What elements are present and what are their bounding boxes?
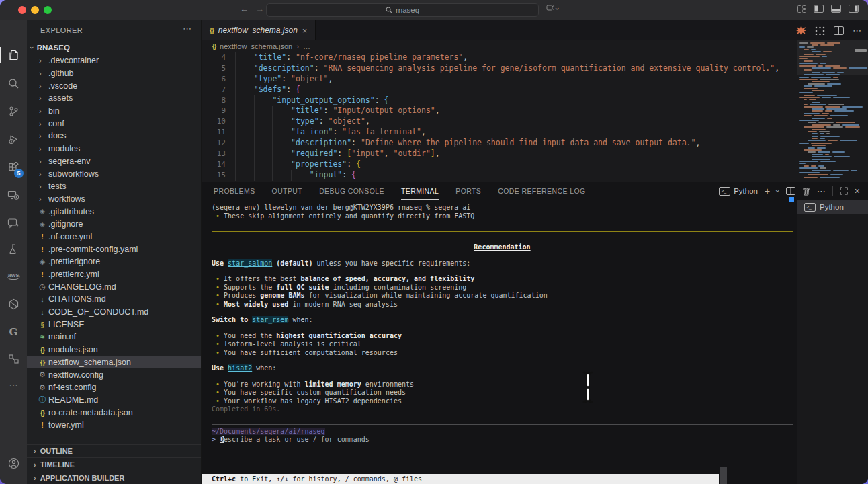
- terminal-dropdown-icon[interactable]: ›: [774, 190, 782, 192]
- folder-item[interactable]: ›seqera-env: [27, 155, 201, 168]
- section-timeline[interactable]: ›TIMELINE: [27, 457, 201, 471]
- file-item[interactable]: {}nextflow_schema.json: [27, 356, 201, 369]
- line-number: 13: [202, 149, 226, 159]
- panel-tab-problems[interactable]: PROBLEMS: [214, 182, 255, 200]
- folder-item[interactable]: ›tests: [27, 180, 201, 193]
- close-panel-icon[interactable]: ×: [855, 186, 860, 196]
- folder-item[interactable]: ›docs: [27, 130, 201, 143]
- line-number: 15: [202, 170, 226, 181]
- run-extension-icon[interactable]: [796, 26, 806, 36]
- close-window-button[interactable]: [18, 6, 26, 14]
- file-item[interactable]: ≈main.nf: [27, 331, 201, 344]
- run-debug-icon[interactable]: [0, 130, 27, 149]
- breadcrumb[interactable]: {} nextflow_schema.json › …: [202, 40, 797, 52]
- file-item[interactable]: ◈.gitignore: [27, 218, 201, 231]
- file-item[interactable]: ↓CODE_OF_CONDUCT.md: [27, 306, 201, 319]
- file-item[interactable]: ◷CHANGELOG.md: [27, 280, 201, 293]
- file-item[interactable]: ◈.gitattributes: [27, 205, 201, 218]
- root-folder-row[interactable]: › RNASEQ: [27, 41, 201, 54]
- indent-guide: [254, 170, 255, 181]
- file-item[interactable]: {}modules.json: [27, 344, 201, 356]
- line-number: 8: [202, 95, 226, 106]
- accounts-icon[interactable]: [0, 454, 27, 473]
- breadcrumb-file[interactable]: nextflow_schema.json: [220, 42, 292, 50]
- explorer-more-actions-icon[interactable]: ⋯: [183, 24, 191, 34]
- item-label: subworkflows: [48, 169, 99, 179]
- maximize-panel-icon[interactable]: [840, 187, 848, 195]
- gitlens-icon[interactable]: G: [0, 323, 27, 341]
- minimap[interactable]: [797, 40, 868, 182]
- search-view-icon[interactable]: [0, 74, 27, 93]
- terminal-line: • Supports the full QC suite including c…: [212, 284, 797, 292]
- editor-more-actions-icon[interactable]: ⋯: [853, 26, 861, 36]
- file-item[interactable]: !tower.yml: [27, 419, 201, 432]
- file-item[interactable]: ◈.prettierignore: [27, 255, 201, 268]
- panel-tab-code-reference-log[interactable]: CODE REFERENCE LOG: [498, 182, 585, 200]
- chat-view-icon[interactable]: [0, 214, 27, 233]
- file-item[interactable]: !.pre-commit-config.yaml: [27, 243, 201, 255]
- explorer-icon[interactable]: [0, 46, 27, 65]
- terminal-line: • Your workflow has legacy HISAT2 depend…: [212, 397, 797, 406]
- terminal-shell-selector[interactable]: >_ Python: [719, 187, 758, 196]
- hexagon-extension-icon[interactable]: [0, 294, 27, 313]
- panel-tab-terminal[interactable]: TERMINAL: [401, 182, 439, 200]
- terminal-list: >_ Python: [797, 200, 868, 484]
- zoom-window-button[interactable]: [44, 6, 52, 14]
- terminal-scrollbar-thumb[interactable]: [720, 467, 727, 484]
- panel-tab-ports[interactable]: PORTS: [455, 182, 481, 200]
- open-remote-window-button[interactable]: ›: [546, 4, 559, 13]
- nav-forward-icon[interactable]: →: [255, 4, 264, 14]
- chevron-right-icon: ›: [39, 56, 47, 65]
- file-item[interactable]: !.prettierrc.yml: [27, 268, 201, 281]
- folder-item[interactable]: ›workflows: [27, 193, 201, 206]
- folder-item[interactable]: ›subworkflows: [27, 167, 201, 180]
- section-outline[interactable]: ›OUTLINE: [27, 444, 201, 458]
- panel-more-actions-icon[interactable]: ⋯: [817, 186, 826, 196]
- kill-terminal-icon[interactable]: [802, 187, 810, 196]
- split-editor-icon[interactable]: [834, 26, 844, 35]
- folder-item[interactable]: ›assets: [27, 92, 201, 105]
- toggle-primary-sidebar-icon[interactable]: [814, 5, 824, 13]
- command-center-search[interactable]: rnaseq: [266, 3, 539, 17]
- file-item[interactable]: ⚙nextflow.config: [27, 368, 201, 381]
- more-views-icon[interactable]: ⋯: [0, 375, 27, 394]
- folder-item[interactable]: ›bin: [27, 105, 201, 118]
- split-terminal-icon[interactable]: [786, 187, 795, 195]
- toggle-panel-icon[interactable]: [831, 5, 841, 13]
- close-tab-icon[interactable]: ×: [302, 26, 308, 36]
- new-terminal-button[interactable]: +: [765, 186, 770, 196]
- minimize-window-button[interactable]: [31, 6, 39, 14]
- indent-guide: [235, 116, 236, 127]
- folder-item[interactable]: ›conf: [27, 117, 201, 130]
- folder-item[interactable]: ›modules: [27, 143, 201, 155]
- linked-squares-icon[interactable]: [0, 350, 27, 368]
- toggle-secondary-sidebar-icon[interactable]: [849, 5, 859, 13]
- source-control-icon[interactable]: [0, 102, 27, 120]
- breadcrumb-more[interactable]: …: [303, 42, 310, 50]
- folder-item[interactable]: ›.vscode: [27, 79, 201, 92]
- git-file-icon: ◈: [38, 220, 47, 229]
- panel-tab-output[interactable]: OUTPUT: [272, 182, 303, 200]
- terminal-output[interactable]: (seqera-env) llewelyn-van-der-berg@KTW2Y…: [202, 200, 797, 484]
- file-item[interactable]: ↓CITATIONS.md: [27, 293, 201, 306]
- folder-item[interactable]: ›.github: [27, 67, 201, 80]
- customize-layout-icon[interactable]: [797, 5, 806, 13]
- nav-back-icon[interactable]: ←: [240, 4, 249, 14]
- item-label: seqera-env: [48, 157, 91, 166]
- folder-item[interactable]: ›.devcontainer: [27, 54, 201, 67]
- editor-scrollbar-thumb[interactable]: [855, 49, 867, 52]
- file-item[interactable]: {}ro-crate-metadata.json: [27, 406, 201, 419]
- remote-explorer-icon[interactable]: [0, 186, 27, 204]
- terminal-list-item[interactable]: >_ Python: [797, 200, 868, 214]
- section-application-builder[interactable]: ›APPLICATION BUILDER: [27, 471, 201, 484]
- aws-icon[interactable]: aws: [0, 266, 27, 285]
- file-item[interactable]: ⓘREADME.md: [27, 394, 201, 407]
- file-item[interactable]: §LICENSE: [27, 318, 201, 331]
- testing-icon[interactable]: [0, 239, 27, 258]
- code-editor[interactable]: 4 "title": "nf-core/rnaseq pipeline para…: [202, 52, 797, 182]
- file-item[interactable]: !.nf-core.yml: [27, 231, 201, 243]
- dotted-grid-icon[interactable]: [815, 26, 825, 35]
- editor-tab[interactable]: {} nextflow_schema.json ×: [202, 20, 316, 40]
- panel-tab-debug-console[interactable]: DEBUG CONSOLE: [319, 182, 384, 200]
- file-item[interactable]: ⚙nf-test.config: [27, 381, 201, 394]
